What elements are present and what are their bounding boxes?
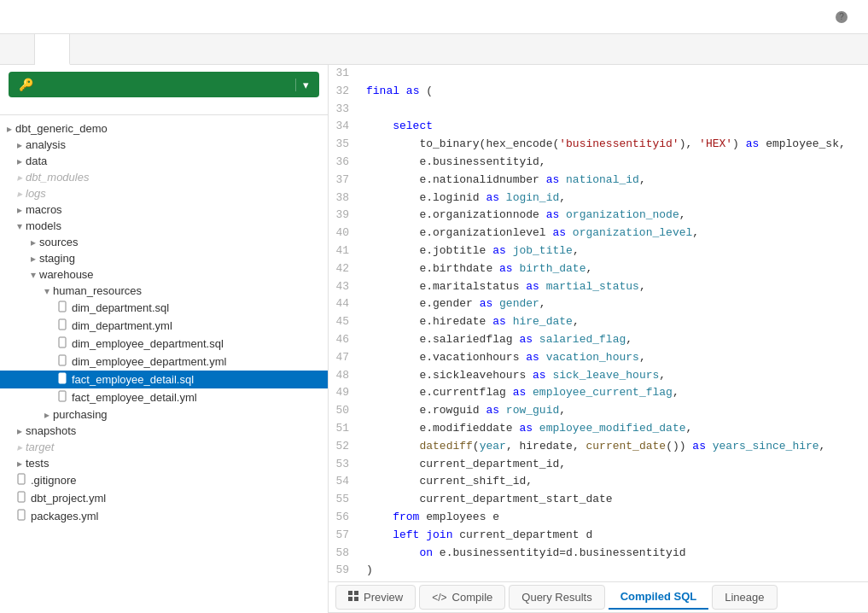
line-content: final as ( — [359, 83, 868, 101]
table-row: 39 e.organizationnode as organization_no… — [329, 207, 868, 225]
selected-file-item[interactable]: fact_employee_detail.sql — [0, 371, 328, 388]
line-number: 54 — [329, 473, 359, 491]
line-content: from employees e — [359, 509, 868, 527]
line-content: current_shift_id, — [359, 473, 868, 491]
tree-item[interactable]: ▸ logs — [0, 185, 328, 201]
table-row: 43 e.maritalstatus as martial_status, — [329, 278, 868, 296]
table-row: 50 e.rowguid as row_guid, — [329, 402, 868, 420]
table-row: 32final as ( — [329, 83, 868, 101]
line-content: e.jobtitle as job_title, — [359, 242, 868, 260]
bottom-tab-lineage[interactable]: Lineage — [712, 585, 777, 610]
line-content: e.salariedflag as salaried_flag, — [359, 331, 868, 349]
tree-item[interactable]: ▸ purchasing — [0, 406, 328, 423]
table-row: 33 — [329, 101, 868, 119]
bottom-tab-query_results[interactable]: Query Results — [509, 585, 604, 610]
line-number: 42 — [329, 260, 359, 278]
line-number: 50 — [329, 402, 359, 420]
tree-item[interactable]: ▾ human_resources — [0, 283, 328, 299]
tree-item-label: purchasing — [53, 408, 108, 421]
tree-item[interactable]: ▸ dbt_modules — [0, 169, 328, 185]
line-content: e.gender as gender, — [359, 295, 868, 313]
line-content: datediff(year, hiredate, current_date())… — [359, 438, 868, 456]
tree-item[interactable]: ▸ snapshots — [0, 423, 328, 439]
tree-item[interactable]: dim_department.yml — [0, 317, 328, 335]
table-row: 57 left join current_department d — [329, 527, 868, 545]
tree-item[interactable]: dim_employee_department.sql — [0, 335, 328, 353]
line-number: 53 — [329, 456, 359, 474]
bottom-tab-compile[interactable]: </>Compile — [419, 585, 505, 610]
svg-rect-0 — [59, 301, 66, 312]
bottom-tab-compiled_sql[interactable]: Compiled SQL — [609, 585, 709, 610]
line-content: e.organizationnode as organization_node, — [359, 207, 868, 225]
line-content: to_binary(hex_encode('businessentityid')… — [359, 136, 868, 154]
tree-item[interactable]: .gitignore — [0, 471, 328, 489]
line-content: e.vacationhours as vacation_hours, — [359, 349, 868, 367]
line-number: 32 — [329, 83, 359, 101]
folder-icon: ▸ — [44, 409, 50, 421]
view-docs-button[interactable]: ? — [825, 11, 854, 23]
tree-item[interactable]: ▸ sources — [0, 234, 328, 250]
tree-item[interactable]: ▾ models — [0, 218, 328, 234]
tree-item[interactable]: ▸ staging — [0, 250, 328, 266]
file-icon — [17, 509, 27, 523]
editor-area: 3132final as (3334 select35 to_binary(he… — [329, 65, 868, 613]
table-row: 35 to_binary(hex_encode('businessentityi… — [329, 136, 868, 154]
branch-info — [0, 104, 328, 115]
line-content: e.hiredate as hire_date, — [359, 313, 868, 331]
folder-icon: ▾ — [44, 285, 50, 297]
table-row: 51 e.modifieddate as employee_modified_d… — [329, 420, 868, 438]
line-number: 40 — [329, 225, 359, 242]
tree-item[interactable]: ▸ dbt_generic_demo — [0, 120, 328, 137]
table-row: 44 e.gender as gender, — [329, 295, 868, 313]
tree-item-label: tests — [26, 457, 49, 470]
tree-item-label: dim_department.sql — [72, 301, 169, 314]
svg-rect-10 — [354, 591, 358, 595]
table-row: 54 current_shift_id, — [329, 473, 868, 491]
tree-item-label: staging — [39, 252, 75, 265]
svg-rect-2 — [59, 337, 66, 347]
line-number: 37 — [329, 172, 359, 190]
table-row: 36 e.businessentityid, — [329, 154, 868, 172]
folder-icon: ▸ — [17, 155, 22, 167]
table-row: 48 e.sickleavehours as sick_leave_hours, — [329, 367, 868, 385]
tree-item[interactable]: packages.yml — [0, 507, 328, 525]
bottom-tab-preview[interactable]: Preview — [335, 585, 416, 610]
tree-item[interactable]: dim_employee_department.yml — [0, 353, 328, 371]
svg-rect-1 — [59, 319, 66, 330]
tree-item-label: fact_employee_detail.sql — [72, 373, 194, 386]
open-pr-button[interactable]: 🔑 ▾ — [9, 72, 319, 97]
tree-item[interactable]: ▸ macros — [0, 201, 328, 218]
line-content: e.organizationlevel as organization_leve… — [359, 225, 868, 242]
tree-item[interactable]: fact_employee_detail.yml — [0, 388, 328, 406]
line-content: left join current_department d — [359, 527, 868, 545]
file-icon — [58, 318, 68, 333]
folder-icon: ▸ — [17, 441, 22, 453]
tree-item[interactable]: ▸ tests — [0, 455, 328, 471]
tab-scratchpad[interactable] — [0, 34, 35, 64]
tree-item[interactable]: ▸ analysis — [0, 137, 328, 153]
tree-item-label: .gitignore — [31, 474, 76, 487]
line-content: e.nationalidnumber as national_id, — [359, 172, 868, 190]
tree-item-label: dbt_generic_demo — [15, 122, 108, 135]
code-container[interactable]: 3132final as (3334 select35 to_binary(he… — [329, 65, 868, 581]
table-row: 37 e.nationalidnumber as national_id, — [329, 172, 868, 190]
tree-item-label: data — [26, 155, 47, 167]
sidebar: 🔑 ▾ ▸ dbt_generic_demo▸ analysis▸ data▸ … — [0, 65, 329, 613]
tree-item[interactable]: ▸ target — [0, 439, 328, 455]
line-content: e.maritalstatus as martial_status, — [359, 278, 868, 296]
tree-item[interactable]: dim_department.sql — [0, 299, 328, 317]
tree-item[interactable]: ▸ data — [0, 153, 328, 169]
tab-fact-employee[interactable] — [35, 34, 70, 65]
table-row: 47 e.vacationhours as vacation_hours, — [329, 349, 868, 367]
tree-item[interactable]: dbt_project.yml — [0, 489, 328, 507]
folder-icon: ▸ — [17, 172, 22, 184]
tree-item-label: dim_employee_department.yml — [72, 355, 226, 368]
table-row: 34 select — [329, 118, 868, 136]
folder-icon: ▸ — [31, 253, 36, 265]
svg-rect-12 — [354, 597, 358, 601]
line-number: 48 — [329, 367, 359, 385]
tree-item[interactable]: ▾ warehouse — [0, 266, 328, 283]
file-icon — [58, 301, 68, 315]
svg-rect-3 — [59, 355, 66, 365]
bottom-tab-label: Preview — [364, 591, 403, 604]
